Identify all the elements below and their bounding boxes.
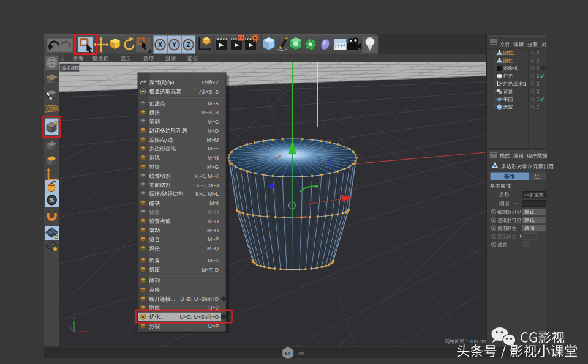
svg-text:M~S: M~S [208,258,219,264]
svg-text:M~D: M~D [207,128,219,134]
svg-text:U~D, U~Shift+D: U~D, U~Shift+D [180,296,219,302]
svg-text:M~B, B: M~B, B [201,110,219,116]
svg-text:X: X [85,330,87,334]
svg-text:M~T, D: M~T, D [202,267,219,273]
svg-text:U~P: U~P [208,323,219,329]
svg-text:K~J, M~J: K~J, M~J [196,182,219,188]
svg-text:U~O, U~Shift+O: U~O, U~Shift+O [180,314,219,320]
svg-text:·cn: ·cn [296,351,304,357]
svg-text:M~U: M~U [207,218,219,225]
svg-text:S: S [50,196,54,204]
svg-text:M~E: M~E [208,146,219,152]
svg-text:M~N: M~N [207,155,219,161]
svg-text:M~I: M~I [209,200,219,206]
svg-text:M~Q: M~Q [207,245,219,251]
svg-text:Shift+Z: Shift+Z [202,80,219,86]
svg-text:Z: Z [186,42,190,48]
svg-text:: 100 cm: : 100 cm [467,339,486,344]
svg-text:M~C: M~C [207,119,219,125]
svg-text:UI: UI [285,350,291,357]
svg-text:(2: (2 [528,163,533,169]
svg-text:M~G: M~G [207,164,219,170]
svg-text:Y: Y [172,42,176,48]
svg-text:M~H: M~H [207,209,219,215]
svg-text:M~O: M~O [207,228,219,234]
svg-text:Alt+S, S: Alt+S, S [199,89,219,95]
svg-text:M~M: M~M [206,137,219,143]
svg-text:Y: Y [73,316,75,320]
svg-text:X: X [158,42,162,48]
svg-text:K~L, M~L: K~L, M~L [195,191,219,197]
svg-text:M~A: M~A [208,100,219,106]
svg-text:M~P: M~P [208,236,219,242]
svg-text:K~K, M~K: K~K, M~K [194,173,219,179]
